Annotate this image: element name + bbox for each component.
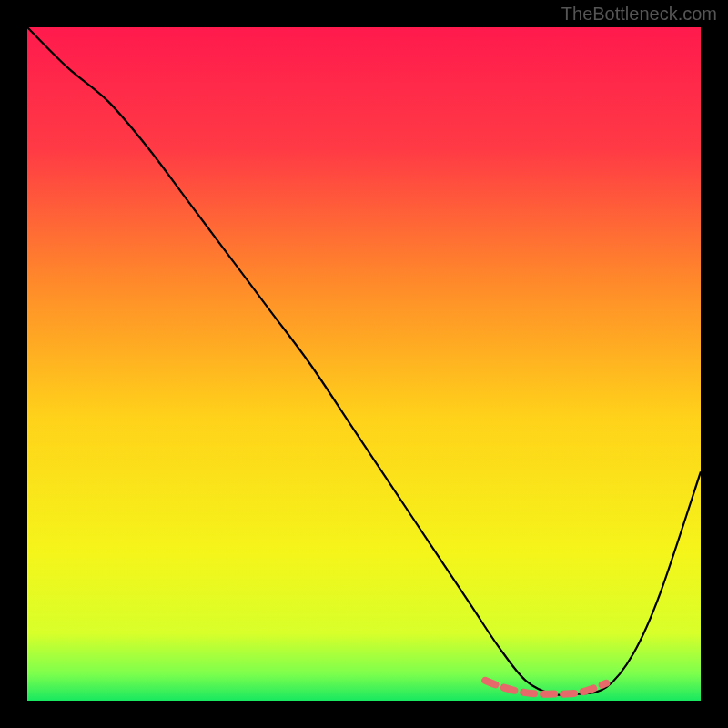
gradient-background	[27, 27, 701, 701]
chart-container	[27, 27, 701, 701]
bottleneck-chart	[27, 27, 701, 701]
attribution-text: TheBottleneck.com	[561, 4, 717, 25]
